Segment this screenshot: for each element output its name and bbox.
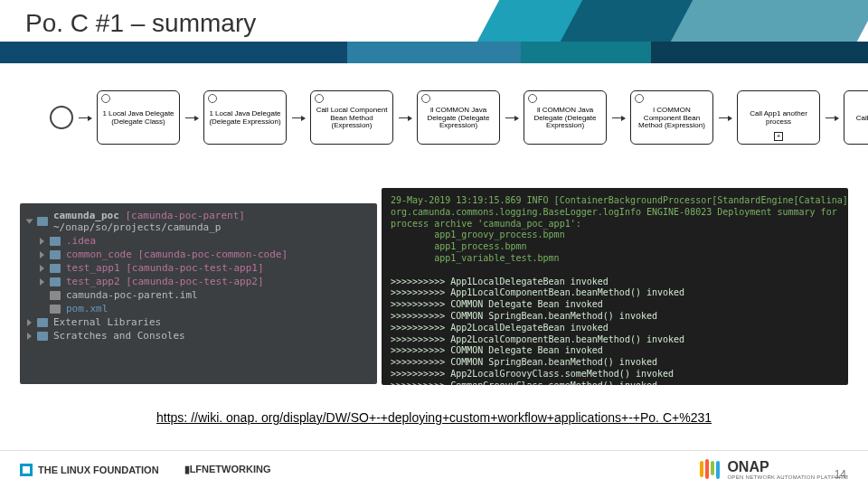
slide-title: Po. C #1 – summary <box>25 9 256 38</box>
chevron-right-icon <box>40 251 44 258</box>
tree-item[interactable]: test_app2 [camunda-poc-test-app2] <box>27 275 370 288</box>
tree-item-label: .idea <box>66 235 96 247</box>
gear-icon <box>635 94 644 103</box>
tree-root-name: camunda_poc <box>53 210 119 221</box>
gear-icon <box>421 94 430 103</box>
bpmn-start-icon <box>50 106 73 129</box>
bpmn-arrow-icon <box>399 117 411 118</box>
tree-item[interactable]: Scratches and Consoles <box>27 329 370 343</box>
folder-icon <box>50 277 61 286</box>
scratches-icon <box>37 332 48 341</box>
reference-link-row: https: //wiki. onap. org/display/DW/SO+-… <box>0 410 868 425</box>
bpmn-task: 1 Local Java Delegate (Delegate Expressi… <box>203 90 287 145</box>
tree-item-label: External Libraries <box>53 316 161 328</box>
page-number: 14 <box>835 468 846 481</box>
gear-icon <box>315 94 324 103</box>
tree-item-label: common_code [camunda-poc-common-code] <box>66 249 288 260</box>
folder-icon <box>50 237 61 246</box>
lf-square-icon <box>20 464 33 476</box>
bpmn-task: 1 Local Java Delegate (Delegate Class) <box>97 90 180 145</box>
bpmn-task-label: Call Local Component Bean Method (Expres… <box>315 107 389 130</box>
bpmn-arrow-icon <box>292 117 305 118</box>
onap-subtext: OPEN NETWORK AUTOMATION PLATFORM <box>727 474 848 480</box>
chevron-down-icon <box>26 220 33 224</box>
slide-footer: THE LINUX FOUNDATION ▮LFNETWORKING ONAP … <box>0 450 868 488</box>
bpmn-call-activity: Call App2 process+ <box>844 90 868 145</box>
bpmn-task: l COMMON Component Bean Method (Expressi… <box>630 90 713 145</box>
tree-item-label: Scratches and Consoles <box>53 330 185 342</box>
library-icon <box>37 318 48 327</box>
bpmn-task-label: l COMMON Component Bean Method (Expressi… <box>635 107 709 130</box>
bpmn-diagram: 1 Local Java Delegate (Delegate Class) 1… <box>50 83 836 152</box>
tree-root-extra: [camunda-poc-parent] <box>125 210 244 221</box>
tree-root[interactable]: camunda_poc [camunda-poc-parent] ~/onap/… <box>27 209 370 234</box>
linux-foundation-logo: THE LINUX FOUNDATION <box>20 464 159 476</box>
tree-item[interactable]: test_app1 [camunda-poc-test-app1] <box>27 261 370 275</box>
footer-logos: THE LINUX FOUNDATION ▮LFNETWORKING <box>20 464 270 476</box>
reference-link[interactable]: https: //wiki. onap. org/display/DW/SO+-… <box>156 410 712 425</box>
slide-header: Po. C #1 – summary <box>0 0 868 63</box>
chevron-right-icon <box>40 265 44 272</box>
bpmn-arrow-icon <box>79 117 91 118</box>
tree-item-label: test_app2 [camunda-poc-test-app2] <box>66 276 264 287</box>
bpmn-task: ll COMMON Java Delegate (Delegate Expres… <box>417 90 500 145</box>
onap-text: ONAP <box>727 460 848 474</box>
file-icon <box>50 305 61 314</box>
console-block-2: >>>>>>>>>> App1LocalDelegateBean invoked… <box>391 277 684 385</box>
onap-logo: ONAP OPEN NETWORK AUTOMATION PLATFORM <box>700 460 848 480</box>
chevron-right-icon <box>40 238 44 245</box>
tree-item-label: pom.xml <box>66 303 108 314</box>
chevron-right-icon <box>40 278 44 286</box>
ide-project-tree: camunda_poc [camunda-poc-parent] ~/onap/… <box>20 203 377 384</box>
bpmn-task-label: Call App2 process <box>856 115 868 123</box>
bpmn-task: ll COMMON Java Delegate (Delegate Expres… <box>524 90 607 145</box>
bpmn-call-activity: Call App1 another process+ <box>737 90 820 145</box>
gear-icon <box>528 94 537 103</box>
tree-item-label: test_app1 [camunda-poc-test-app1] <box>66 262 264 274</box>
console-block-1: 29-May-2019 13:19:15.869 INFO [Container… <box>391 195 848 263</box>
bpmn-task-label: ll COMMON Java Delegate (Delegate Expres… <box>421 107 495 130</box>
tree-item-label: camunda-poc-parent.iml <box>66 289 198 301</box>
tree-item[interactable]: common_code [camunda-poc-common-code] <box>27 248 370 261</box>
console-output: 29-May-2019 13:19:15.869 INFO [Container… <box>382 188 848 385</box>
bpmn-arrow-icon <box>185 117 198 118</box>
header-band <box>0 42 868 63</box>
bpmn-arrow-icon <box>826 117 838 118</box>
tree-item[interactable]: camunda-poc-parent.iml <box>27 288 370 302</box>
bpmn-task-label: Call App1 another process <box>741 110 816 127</box>
gear-icon <box>208 94 217 103</box>
tree-root-path: ~/onap/so/projects/camunda_p <box>53 221 221 233</box>
chevron-right-icon <box>27 319 32 326</box>
lfnetworking-logo: ▮LFNETWORKING <box>184 464 271 475</box>
bpmn-arrow-icon <box>505 117 518 118</box>
bpmn-arrow-icon <box>719 117 731 118</box>
bpmn-task-label: ll COMMON Java Delegate (Delegate Expres… <box>528 107 602 130</box>
bpmn-task-label: 1 Local Java Delegate (Delegate Expressi… <box>208 110 282 127</box>
bpmn-task-label: 1 Local Java Delegate (Delegate Class) <box>101 110 175 127</box>
folder-icon <box>50 264 61 273</box>
tree-item[interactable]: pom.xml <box>27 302 370 315</box>
lf-text: THE LINUX FOUNDATION <box>38 465 159 475</box>
bpmn-arrow-icon <box>612 117 625 118</box>
folder-icon <box>50 250 61 259</box>
chevron-right-icon <box>27 333 32 340</box>
tree-item[interactable]: .idea <box>27 234 370 248</box>
onap-mark-icon <box>700 461 720 479</box>
tree-item[interactable]: External Libraries <box>27 315 370 329</box>
plus-icon: + <box>774 132 783 141</box>
gear-icon <box>101 94 110 103</box>
file-icon <box>50 291 61 300</box>
bpmn-task: Call Local Component Bean Method (Expres… <box>310 90 393 145</box>
folder-icon <box>37 217 48 226</box>
